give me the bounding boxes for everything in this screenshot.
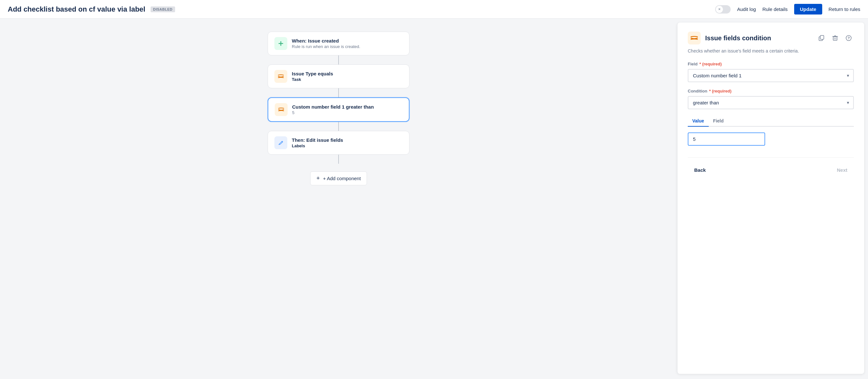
add-component-button[interactable]: + + Add component [310,171,367,185]
flow-diagram: When: Issue created Rule is run when an … [268,32,409,185]
add-component-icon: + [316,175,320,182]
tab-value[interactable]: Value [688,116,709,127]
field-select-wrapper: Custom number field 1 Custom number fiel… [688,69,854,82]
condition-label: Condition * (required) [688,89,854,93]
status-badge: DISABLED [151,6,175,12]
duplicate-button[interactable] [816,33,827,43]
trigger-title: When: Issue created [292,38,403,43]
canvas-area: When: Issue created Rule is run when an … [0,19,677,378]
field-required: * (required) [700,62,722,66]
panel-header-actions: ? [816,33,854,43]
connector-4 [338,155,339,164]
condition2-title: Custom number field 1 greater than [292,104,402,109]
condition2-node[interactable]: Custom number field 1 greater than 5 [268,97,409,122]
condition-required: * (required) [709,89,731,93]
connector-1 [338,56,339,64]
action-subtitle: Labels [292,144,403,148]
condition-select[interactable]: greater than less than equals not equals… [688,96,854,109]
return-to-rules-button[interactable]: Return to rules [829,6,860,12]
side-panel: Issue fields condition [677,23,864,374]
connector-2 [338,88,339,97]
action-content: Then: Edit issue fields Labels [292,137,403,148]
tab-field[interactable]: Field [709,116,728,127]
toggle-track[interactable] [715,5,731,13]
value-input[interactable] [688,132,765,146]
condition1-title: Issue Type equals [292,71,403,76]
rule-details-button[interactable]: Rule details [762,6,787,12]
field-select[interactable]: Custom number field 1 Custom number fiel… [688,69,854,82]
svg-text:?: ? [848,36,850,40]
rule-toggle[interactable] [715,5,731,13]
value-field-tabs: Value Field [688,116,854,127]
page-title: Add checklist based on cf value via labe… [8,5,146,13]
condition1-node[interactable]: Issue Type equals Task [268,64,409,88]
header-actions: Audit log Rule details Update Return to … [715,4,860,14]
condition1-content: Issue Type equals Task [292,71,403,82]
delete-button[interactable] [830,33,840,43]
condition2-subtitle: 5 [292,110,402,115]
trigger-subtitle: Rule is run when an issue is created. [292,44,403,49]
toggle-thumb [716,6,723,13]
add-component-label: + Add component [323,176,361,181]
trigger-content: When: Issue created Rule is run when an … [292,38,403,49]
main-content: When: Issue created Rule is run when an … [0,19,868,378]
connector-3 [338,122,339,131]
back-button[interactable]: Back [688,164,712,176]
header: Add checklist based on cf value via labe… [0,0,868,19]
action-node[interactable]: Then: Edit issue fields Labels [268,131,409,155]
action-icon [274,136,287,149]
condition2-content: Custom number field 1 greater than 5 [292,104,402,115]
condition1-icon [274,70,287,83]
trigger-icon [274,37,287,50]
condition-select-wrapper: greater than less than equals not equals… [688,96,854,109]
trigger-node[interactable]: When: Issue created Rule is run when an … [268,32,409,56]
update-button[interactable]: Update [794,4,822,14]
help-button[interactable]: ? [843,33,854,43]
panel-title: Issue fields condition [705,34,812,42]
audit-log-button[interactable]: Audit log [737,6,756,12]
condition2-icon [275,103,288,116]
field-label: Field * (required) [688,62,854,66]
action-title: Then: Edit issue fields [292,137,403,143]
svg-rect-5 [833,37,837,40]
panel-header: Issue fields condition [688,32,854,44]
svg-rect-4 [820,35,824,39]
condition1-subtitle: Task [292,77,403,82]
next-button: Next [830,164,854,176]
panel-footer: Back Next [688,157,854,176]
panel-description: Checks whether an issue's field meets a … [688,48,854,55]
panel-icon [688,32,701,44]
